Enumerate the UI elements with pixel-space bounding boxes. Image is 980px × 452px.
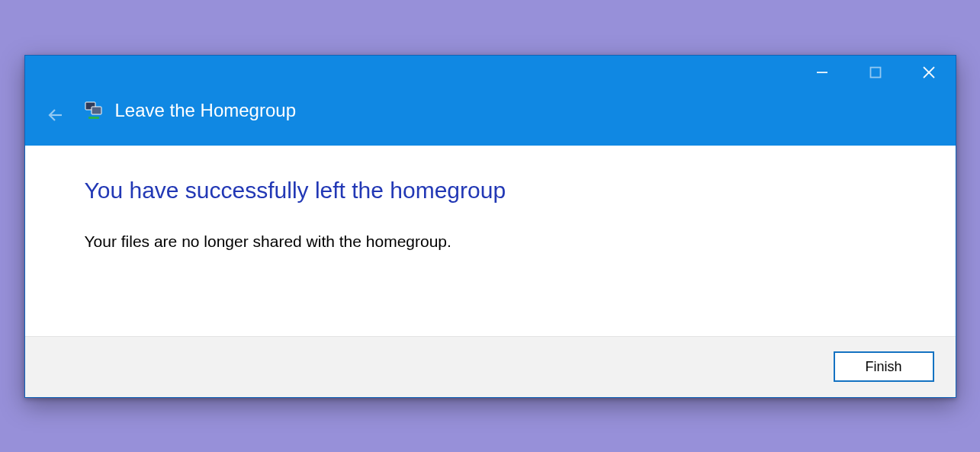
svg-rect-7 bbox=[88, 117, 99, 119]
window-title: Leave the Homegroup bbox=[115, 100, 297, 121]
homegroup-icon bbox=[83, 100, 104, 121]
maximize-button bbox=[849, 56, 902, 89]
close-button[interactable] bbox=[902, 56, 956, 89]
footer: Finish bbox=[25, 336, 956, 397]
close-icon bbox=[921, 65, 937, 80]
leave-homegroup-wizard: Leave the Homegroup You have successfull… bbox=[24, 55, 956, 398]
finish-button[interactable]: Finish bbox=[834, 351, 934, 382]
content-area: You have successfully left the homegroup… bbox=[25, 146, 956, 336]
page-body-text: Your files are no longer shared with the… bbox=[85, 232, 896, 251]
svg-rect-6 bbox=[92, 107, 101, 114]
title-row: Leave the Homegroup bbox=[83, 100, 297, 121]
window-controls bbox=[795, 56, 956, 89]
page-heading: You have successfully left the homegroup bbox=[85, 178, 896, 204]
minimize-button[interactable] bbox=[795, 56, 849, 89]
svg-rect-1 bbox=[870, 67, 880, 77]
back-button bbox=[43, 103, 68, 127]
titlebar: Leave the Homegroup bbox=[25, 56, 956, 146]
maximize-icon bbox=[869, 66, 882, 79]
minimize-icon bbox=[815, 66, 829, 79]
back-arrow-icon bbox=[47, 106, 65, 124]
